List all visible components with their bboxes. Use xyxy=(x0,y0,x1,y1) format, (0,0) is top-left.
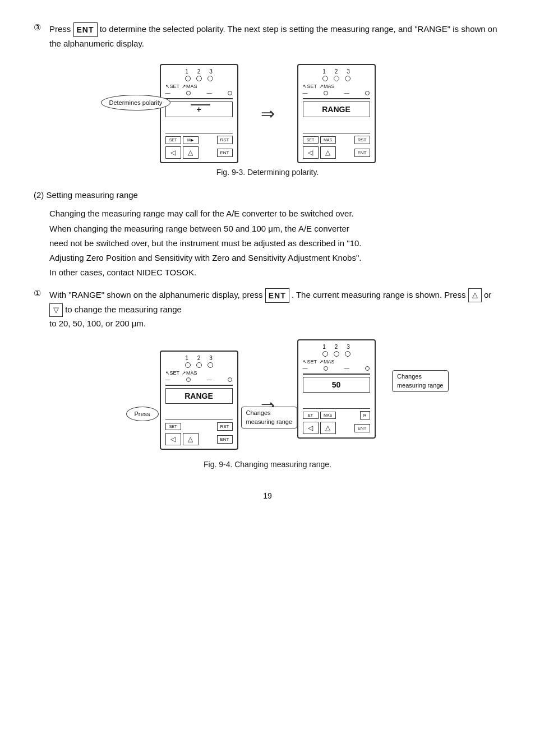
f4r-ent-btn: ENT xyxy=(354,424,370,432)
s2-p4: Adjusting Zero Position and Sensitivity … xyxy=(49,251,501,265)
fig4-caption: Fig. 9-4. Changing measuring range. xyxy=(34,460,501,469)
s2-p5: In other cases, contact NIDEC TOSOK. xyxy=(49,265,501,280)
f4l-sdot2 xyxy=(228,377,232,382)
section2-title: (2) Setting measuring range xyxy=(34,190,501,200)
f4r-larr: ◁ xyxy=(303,422,319,434)
f4l-uarr: △ xyxy=(183,433,199,445)
step3-press: Press xyxy=(49,24,71,34)
ent-key-2: ENT xyxy=(265,288,289,303)
num-row-left: 1 2 3 xyxy=(165,68,233,75)
top-line xyxy=(165,98,233,99)
ent-btn-panel1: ENT xyxy=(217,149,233,157)
dot2 xyxy=(196,76,202,81)
rbtn-row1: SET MAS RST xyxy=(303,136,370,144)
rdivider1 xyxy=(303,133,370,133)
f4r-btn-row: ET MAS R xyxy=(303,411,370,420)
fig3-caption: Fig. 9-3. Determining polarity. xyxy=(34,168,501,177)
set-btn: SET xyxy=(165,136,181,144)
rarrow-ent-row: ◁ △ ENT xyxy=(303,146,370,159)
step3-num: ③ xyxy=(34,22,46,33)
f4l-sdot1 xyxy=(186,377,191,382)
dash-row: — — xyxy=(165,90,233,96)
rsmall-dot2 xyxy=(365,91,370,95)
divider1 xyxy=(165,133,233,133)
section2-body: Changing the measuring range may call fo… xyxy=(49,206,501,280)
f4r-arrbtn: ◁ △ xyxy=(303,422,336,434)
num-row-right: 1 2 3 xyxy=(303,68,370,75)
f4r-sdot2 xyxy=(365,366,370,371)
left-btns: SET M▶ xyxy=(165,136,199,144)
f4l-num-row: 1 2 3 xyxy=(165,355,233,361)
spacer xyxy=(165,121,233,131)
rst-btn: RST xyxy=(217,136,233,144)
rdot2 xyxy=(334,76,339,81)
ent-key-1: ENT xyxy=(73,22,98,37)
rup-arrow-btn: △ xyxy=(320,146,336,159)
f4l-lbtns: SET xyxy=(165,423,181,430)
up-arrow-btn: △ xyxy=(183,146,199,159)
set-mas-row: ↖SET ↗MAS xyxy=(165,84,233,89)
rleft-btns: SET MAS xyxy=(303,136,336,144)
f4r-dots xyxy=(303,351,370,357)
callout-changes1: Changes measuring range xyxy=(241,407,298,428)
f4l-btn-row: SET RST xyxy=(165,422,233,431)
dot3 xyxy=(207,76,213,81)
down-arrow-key: ▽ xyxy=(49,303,63,317)
f4l-rst-btn: RST xyxy=(217,422,233,431)
s2-p3: need not be switched over, but the instr… xyxy=(49,236,501,251)
rset-mas-row: ↖SET ↗MAS xyxy=(303,84,370,89)
rdash-row: — — xyxy=(303,90,370,96)
f4r-dash: — — xyxy=(303,366,370,371)
dots-row-left xyxy=(165,76,233,82)
f4l-topline xyxy=(165,385,233,386)
fig3-left-wrapper: Determines polarity 1 2 3 ↖SET ↗MAS xyxy=(160,64,238,163)
arrow-ent-row: ◁ △ ENT xyxy=(165,146,233,159)
f4r-dot2 xyxy=(334,351,339,357)
btn-row1: SET M▶ RST xyxy=(165,136,233,144)
arrow-fig3: ⇒ xyxy=(261,104,275,123)
f4r-div xyxy=(303,408,370,409)
f4r-topline xyxy=(303,374,370,375)
small-dot1 xyxy=(186,91,191,95)
step3-text2: to determine the selected polarity. The … xyxy=(49,24,497,48)
f4r-num-row: 1 2 3 xyxy=(303,344,370,350)
s2-p2: When changing the measuring range betwee… xyxy=(49,222,501,236)
fig4-right-panel: 1 2 3 ↖SET ↗MAS — — xyxy=(297,339,376,439)
fig4-left-panel: 1 2 3 ↖SET ↗MAS — — xyxy=(160,351,238,450)
f4r-sdot1 xyxy=(324,366,328,371)
rent-btn-panel: ENT xyxy=(354,149,370,157)
callout-press: Press xyxy=(126,407,159,421)
f4l-spacer xyxy=(165,407,233,417)
f4r-arr-ent: ◁ △ ENT xyxy=(303,422,370,434)
f4l-display: RANGE xyxy=(165,388,233,404)
f4l-set-btn: SET xyxy=(165,423,181,430)
mas-btn: M▶ xyxy=(183,136,199,144)
f4l-set-mas: ↖SET ↗MAS xyxy=(165,370,233,376)
step3-text: Press ENT to determine the selected pola… xyxy=(49,22,501,50)
rleft-arrow-btn: ◁ xyxy=(303,146,319,159)
dots-row-right xyxy=(303,76,370,82)
callout-line xyxy=(191,104,210,105)
f4l-dot2 xyxy=(196,362,202,368)
fig3-left-panel: 1 2 3 ↖SET ↗MAS — — xyxy=(160,64,238,163)
f4l-arr-ent: ◁ △ ENT xyxy=(165,433,233,445)
fig4-right-wrapper: Changes measuring range Changes measurin… xyxy=(297,339,376,439)
rmas-btn: MAS xyxy=(320,136,336,144)
substep1-block: ① With "RANGE" shown on the alphanumeric… xyxy=(34,288,501,331)
page-number: 19 xyxy=(34,491,501,500)
substep1-text: With "RANGE" shown on the alphanumeric d… xyxy=(49,288,501,331)
left-arrow-btn: ◁ xyxy=(165,146,181,159)
f4r-display: 50 xyxy=(303,377,370,393)
s2-p1: Changing the measuring range may call fo… xyxy=(49,206,501,221)
f4l-div xyxy=(165,420,233,420)
fig9-3-container: Determines polarity 1 2 3 ↖SET ↗MAS xyxy=(34,64,501,163)
f4r-dot3 xyxy=(345,351,350,357)
f4r-dot1 xyxy=(322,351,328,357)
rdot3 xyxy=(345,76,350,81)
rdot1 xyxy=(322,76,328,81)
f4r-mas-btn: MAS xyxy=(320,412,336,419)
f4r-uarr: △ xyxy=(320,422,336,434)
substep1-num: ① xyxy=(34,288,46,298)
fig9-4-container: Press 1 2 3 ↖SET ↗MAS — xyxy=(34,339,501,450)
f4r-r-btn: R xyxy=(360,411,370,420)
